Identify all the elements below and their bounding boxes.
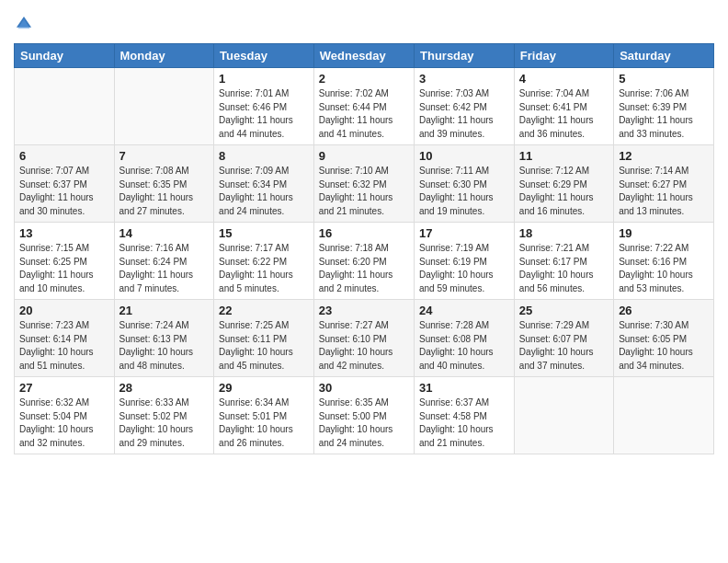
day-number: 8 [219, 149, 309, 163]
day-info: Sunrise: 7:19 AM Sunset: 6:19 PM Dayligh… [419, 242, 509, 295]
col-header-friday: Friday [514, 44, 613, 68]
logo [14, 14, 38, 34]
day-number: 20 [19, 304, 109, 317]
day-info: Sunrise: 6:37 AM Sunset: 4:58 PM Dayligh… [419, 396, 509, 450]
day-number: 27 [19, 381, 109, 395]
calendar-day-cell: 26Sunrise: 7:30 AM Sunset: 6:05 PM Dayli… [614, 300, 714, 377]
day-number: 26 [619, 304, 709, 317]
day-info: Sunrise: 6:33 AM Sunset: 5:02 PM Dayligh… [119, 396, 210, 450]
day-number: 25 [519, 304, 609, 317]
day-info: Sunrise: 6:35 AM Sunset: 5:00 PM Dayligh… [319, 396, 409, 450]
calendar-day-cell: 8Sunrise: 7:09 AM Sunset: 6:34 PM Daylig… [214, 145, 314, 223]
calendar-week-row: 1Sunrise: 7:01 AM Sunset: 6:46 PM Daylig… [15, 68, 714, 145]
day-info: Sunrise: 7:07 AM Sunset: 6:37 PM Dayligh… [19, 165, 109, 218]
day-number: 3 [419, 72, 509, 86]
day-number: 23 [319, 304, 409, 317]
col-header-saturday: Saturday [614, 44, 714, 68]
day-info: Sunrise: 7:14 AM Sunset: 6:27 PM Dayligh… [619, 165, 709, 218]
day-number: 9 [319, 149, 409, 163]
calendar-day-cell: 4Sunrise: 7:04 AM Sunset: 6:41 PM Daylig… [514, 68, 613, 145]
day-info: Sunrise: 7:11 AM Sunset: 6:30 PM Dayligh… [419, 165, 509, 218]
col-header-sunday: Sunday [15, 44, 115, 68]
calendar-day-cell: 15Sunrise: 7:17 AM Sunset: 6:22 PM Dayli… [214, 223, 314, 300]
day-number: 22 [219, 304, 309, 317]
day-number: 18 [519, 226, 609, 240]
day-number: 19 [619, 226, 709, 240]
calendar-day-cell [614, 377, 714, 454]
day-info: Sunrise: 7:21 AM Sunset: 6:17 PM Dayligh… [519, 242, 609, 295]
calendar-table: SundayMondayTuesdayWednesdayThursdayFrid… [14, 43, 714, 454]
day-number: 28 [119, 381, 210, 395]
day-info: Sunrise: 7:03 AM Sunset: 6:42 PM Dayligh… [419, 87, 509, 141]
day-info: Sunrise: 7:24 AM Sunset: 6:13 PM Dayligh… [119, 319, 210, 373]
calendar-week-row: 20Sunrise: 7:23 AM Sunset: 6:14 PM Dayli… [15, 300, 714, 377]
day-info: Sunrise: 6:32 AM Sunset: 5:04 PM Dayligh… [19, 396, 109, 450]
day-number: 11 [519, 149, 609, 163]
calendar-day-cell: 22Sunrise: 7:25 AM Sunset: 6:11 PM Dayli… [214, 300, 314, 377]
day-info: Sunrise: 7:12 AM Sunset: 6:29 PM Dayligh… [519, 165, 609, 218]
calendar-day-cell: 20Sunrise: 7:23 AM Sunset: 6:14 PM Dayli… [15, 300, 115, 377]
calendar-day-cell: 28Sunrise: 6:33 AM Sunset: 5:02 PM Dayli… [114, 377, 214, 454]
day-info: Sunrise: 6:34 AM Sunset: 5:01 PM Dayligh… [219, 396, 309, 450]
calendar-day-cell: 17Sunrise: 7:19 AM Sunset: 6:19 PM Dayli… [415, 223, 515, 300]
calendar-day-cell: 24Sunrise: 7:28 AM Sunset: 6:08 PM Dayli… [415, 300, 515, 377]
calendar-week-row: 6Sunrise: 7:07 AM Sunset: 6:37 PM Daylig… [15, 145, 714, 223]
calendar-day-cell: 29Sunrise: 6:34 AM Sunset: 5:01 PM Dayli… [214, 377, 314, 454]
col-header-tuesday: Tuesday [214, 44, 314, 68]
day-number: 30 [319, 381, 409, 395]
calendar-day-cell: 18Sunrise: 7:21 AM Sunset: 6:17 PM Dayli… [514, 223, 613, 300]
day-number: 1 [219, 72, 309, 86]
day-info: Sunrise: 7:25 AM Sunset: 6:11 PM Dayligh… [219, 319, 309, 373]
day-number: 17 [419, 226, 509, 240]
calendar-day-cell [15, 68, 115, 145]
day-info: Sunrise: 7:02 AM Sunset: 6:44 PM Dayligh… [319, 87, 409, 141]
logo-icon [14, 14, 34, 34]
day-number: 15 [219, 226, 309, 240]
calendar-day-cell: 2Sunrise: 7:02 AM Sunset: 6:44 PM Daylig… [313, 68, 414, 145]
calendar-header-row: SundayMondayTuesdayWednesdayThursdayFrid… [15, 44, 714, 68]
calendar-day-cell: 31Sunrise: 6:37 AM Sunset: 4:58 PM Dayli… [415, 377, 515, 454]
day-number: 4 [519, 72, 609, 86]
day-number: 12 [619, 149, 709, 163]
col-header-wednesday: Wednesday [313, 44, 414, 68]
calendar-day-cell: 21Sunrise: 7:24 AM Sunset: 6:13 PM Dayli… [114, 300, 214, 377]
calendar-day-cell: 27Sunrise: 6:32 AM Sunset: 5:04 PM Dayli… [15, 377, 115, 454]
calendar-day-cell: 16Sunrise: 7:18 AM Sunset: 6:20 PM Dayli… [313, 223, 414, 300]
calendar-day-cell: 9Sunrise: 7:10 AM Sunset: 6:32 PM Daylig… [313, 145, 414, 223]
day-info: Sunrise: 7:10 AM Sunset: 6:32 PM Dayligh… [319, 165, 409, 218]
calendar-day-cell: 1Sunrise: 7:01 AM Sunset: 6:46 PM Daylig… [214, 68, 314, 145]
day-number: 31 [419, 381, 509, 395]
calendar-week-row: 13Sunrise: 7:15 AM Sunset: 6:25 PM Dayli… [15, 223, 714, 300]
day-info: Sunrise: 7:30 AM Sunset: 6:05 PM Dayligh… [619, 319, 709, 373]
day-number: 2 [319, 72, 409, 86]
day-number: 10 [419, 149, 509, 163]
day-number: 21 [119, 304, 210, 317]
calendar-day-cell: 6Sunrise: 7:07 AM Sunset: 6:37 PM Daylig… [15, 145, 115, 223]
day-info: Sunrise: 7:01 AM Sunset: 6:46 PM Dayligh… [219, 87, 309, 141]
day-number: 29 [219, 381, 309, 395]
day-info: Sunrise: 7:08 AM Sunset: 6:35 PM Dayligh… [119, 165, 210, 218]
calendar-day-cell: 13Sunrise: 7:15 AM Sunset: 6:25 PM Dayli… [15, 223, 115, 300]
calendar-day-cell: 11Sunrise: 7:12 AM Sunset: 6:29 PM Dayli… [514, 145, 613, 223]
day-info: Sunrise: 7:09 AM Sunset: 6:34 PM Dayligh… [219, 165, 309, 218]
day-number: 13 [19, 226, 109, 240]
day-info: Sunrise: 7:17 AM Sunset: 6:22 PM Dayligh… [219, 242, 309, 295]
calendar-day-cell: 3Sunrise: 7:03 AM Sunset: 6:42 PM Daylig… [415, 68, 515, 145]
calendar-day-cell: 25Sunrise: 7:29 AM Sunset: 6:07 PM Dayli… [514, 300, 613, 377]
day-info: Sunrise: 7:22 AM Sunset: 6:16 PM Dayligh… [619, 242, 709, 295]
calendar-day-cell: 23Sunrise: 7:27 AM Sunset: 6:10 PM Dayli… [313, 300, 414, 377]
calendar-day-cell: 10Sunrise: 7:11 AM Sunset: 6:30 PM Dayli… [415, 145, 515, 223]
calendar-day-cell: 5Sunrise: 7:06 AM Sunset: 6:39 PM Daylig… [614, 68, 714, 145]
day-info: Sunrise: 7:16 AM Sunset: 6:24 PM Dayligh… [119, 242, 210, 295]
page-header [14, 14, 714, 34]
calendar-day-cell: 12Sunrise: 7:14 AM Sunset: 6:27 PM Dayli… [614, 145, 714, 223]
col-header-monday: Monday [114, 44, 214, 68]
day-number: 5 [619, 72, 709, 86]
calendar-week-row: 27Sunrise: 6:32 AM Sunset: 5:04 PM Dayli… [15, 377, 714, 454]
day-info: Sunrise: 7:18 AM Sunset: 6:20 PM Dayligh… [319, 242, 409, 295]
calendar-day-cell: 19Sunrise: 7:22 AM Sunset: 6:16 PM Dayli… [614, 223, 714, 300]
day-info: Sunrise: 7:23 AM Sunset: 6:14 PM Dayligh… [19, 319, 109, 373]
calendar-day-cell [514, 377, 613, 454]
day-number: 14 [119, 226, 210, 240]
calendar-day-cell: 30Sunrise: 6:35 AM Sunset: 5:00 PM Dayli… [313, 377, 414, 454]
